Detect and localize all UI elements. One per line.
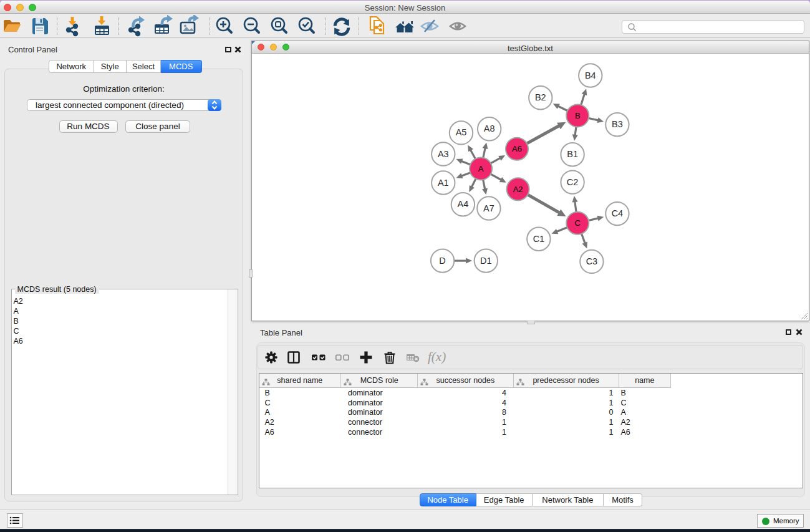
svg-text:A7: A7 [483,203,494,213]
svg-text:C4: C4 [612,208,624,218]
svg-text:A8: A8 [484,123,495,133]
svg-text:A1: A1 [438,178,449,188]
svg-text:C2: C2 [567,177,579,187]
svg-text:A3: A3 [438,149,449,159]
svg-text:D: D [439,256,445,266]
svg-text:A5: A5 [456,127,467,137]
svg-text:A4: A4 [458,199,469,209]
svg-text:A: A [478,164,484,173]
svg-text:C1: C1 [533,234,545,244]
svg-text:B1: B1 [567,149,578,159]
svg-text:A2: A2 [513,185,523,194]
svg-text:B3: B3 [612,119,623,129]
svg-text:C3: C3 [586,256,598,266]
svg-text:A6: A6 [512,144,522,153]
svg-text:D1: D1 [480,256,492,266]
svg-text:B: B [575,111,581,120]
svg-text:B4: B4 [585,70,596,80]
svg-text:B2: B2 [535,92,546,102]
svg-text:C: C [575,218,581,228]
